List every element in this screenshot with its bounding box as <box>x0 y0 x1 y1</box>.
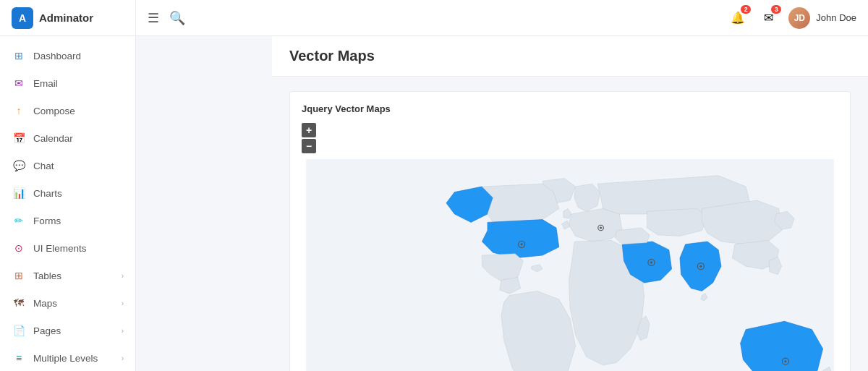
sidebar-item-maps[interactable]: 🗺Maps› <box>0 289 135 317</box>
sidebar-item-calendar[interactable]: 📅Calendar <box>0 124 135 152</box>
email-icon: ✉ <box>12 76 26 90</box>
pages-icon: 📄 <box>12 323 26 338</box>
pages-arrow-icon: › <box>122 327 124 335</box>
compose-icon: ↑ <box>12 103 26 118</box>
svg-point-10 <box>600 226 602 229</box>
header-right: 🔔 2 ✉ 3 JD John Doe <box>728 7 856 29</box>
header-left: ☰ 🔍 <box>148 10 185 26</box>
notification-email-button[interactable]: ✉ 3 <box>758 8 778 28</box>
calendar-icon: 📅 <box>12 131 26 145</box>
card-title: Jquery Vector Maps <box>302 103 838 114</box>
sidebar: A Adminator ⊞Dashboard✉Email↑Compose📅Cal… <box>0 0 136 371</box>
sidebar-item-email[interactable]: ✉Email <box>0 69 135 97</box>
sidebar-item-label-compose: Compose <box>33 106 75 116</box>
svg-point-2 <box>521 243 523 245</box>
zoom-out-button[interactable]: − <box>302 139 316 153</box>
map-card: Jquery Vector Maps + − <box>289 91 851 371</box>
tables-icon: ⊞ <box>12 268 26 283</box>
maps-arrow-icon: › <box>122 299 124 307</box>
user-menu[interactable]: JD John Doe <box>788 7 856 29</box>
content-area: Jquery Vector Maps + − <box>272 77 868 371</box>
avatar: JD <box>788 7 810 29</box>
svg-point-4 <box>650 261 652 263</box>
sidebar-item-compose[interactable]: ↑Compose <box>0 97 135 124</box>
sidebar-item-label-maps: Maps <box>33 298 57 309</box>
tables-arrow-icon: › <box>122 272 124 280</box>
sidebar-item-label-forms: Forms <box>33 216 61 226</box>
header: ☰ 🔍 🔔 2 ✉ 3 JD John Doe <box>136 0 868 36</box>
menu-toggle-icon[interactable]: ☰ <box>148 10 159 26</box>
maps-icon: 🗺 <box>12 296 26 310</box>
sidebar-nav: ⊞Dashboard✉Email↑Compose📅Calendar💬Chat📊C… <box>0 36 135 371</box>
dashboard-icon: ⊞ <box>12 48 26 63</box>
zoom-in-button[interactable]: + <box>302 123 316 137</box>
sidebar-item-label-dashboard: Dashboard <box>33 51 81 61</box>
sidebar-item-tables[interactable]: ⊞Tables› <box>0 262 135 289</box>
world-map <box>302 159 838 371</box>
bell-badge: 2 <box>741 5 751 14</box>
sidebar-item-label-ui-elements: UI Elements <box>33 243 87 254</box>
svg-point-6 <box>699 265 702 268</box>
sidebar-item-dashboard[interactable]: ⊞Dashboard <box>0 42 135 69</box>
main-content: Vector Maps Jquery Vector Maps + − <box>272 36 868 371</box>
world-map-svg <box>302 159 838 371</box>
brand-name: Adminator <box>39 12 93 24</box>
page-title-bar: Vector Maps <box>272 36 868 77</box>
sidebar-item-pages[interactable]: 📄Pages› <box>0 317 135 344</box>
page-title: Vector Maps <box>289 48 851 64</box>
sidebar-item-forms[interactable]: ✏Forms <box>0 207 135 234</box>
multiple-levels-arrow-icon: › <box>122 354 124 362</box>
brand-logo: A <box>12 7 33 29</box>
sidebar-item-label-calendar: Calendar <box>33 133 73 144</box>
brand: A Adminator <box>0 0 135 36</box>
sidebar-item-label-tables: Tables <box>33 270 61 281</box>
chat-icon: 💬 <box>12 158 26 173</box>
svg-point-8 <box>784 360 786 362</box>
username-label: John Doe <box>816 12 856 23</box>
sidebar-item-charts[interactable]: 📊Charts <box>0 179 135 207</box>
sidebar-item-label-multiple-levels: Multiple Levels <box>33 353 98 364</box>
sidebar-item-label-pages: Pages <box>33 325 61 336</box>
ui-elements-icon: ⊙ <box>12 241 26 255</box>
sidebar-item-ui-elements[interactable]: ⊙UI Elements <box>0 234 135 262</box>
sidebar-item-chat[interactable]: 💬Chat <box>0 152 135 179</box>
map-zoom-controls: + − <box>302 123 838 153</box>
charts-icon: 📊 <box>12 186 26 200</box>
notification-bell-button[interactable]: 🔔 2 <box>728 8 748 28</box>
sidebar-item-label-email: Email <box>33 78 58 89</box>
sidebar-item-multiple-levels[interactable]: ≡Multiple Levels› <box>0 344 135 371</box>
sidebar-item-label-chat: Chat <box>33 161 54 171</box>
sidebar-item-label-charts: Charts <box>33 188 62 199</box>
email-badge: 3 <box>771 5 781 14</box>
search-icon[interactable]: 🔍 <box>169 10 185 26</box>
multiple-levels-icon: ≡ <box>12 351 26 365</box>
forms-icon: ✏ <box>12 213 26 228</box>
email-notif-icon: ✉ <box>764 11 773 25</box>
